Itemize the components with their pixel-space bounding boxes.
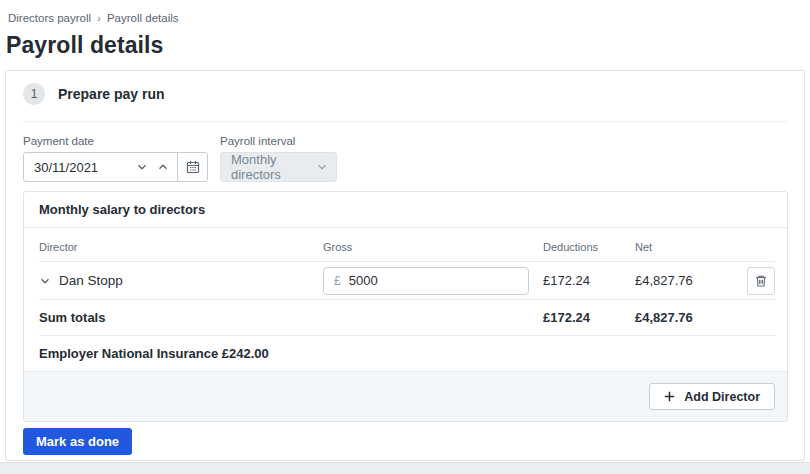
add-director-button[interactable]: Add Director (649, 383, 775, 410)
page-content: Directors payroll › Payroll details Payr… (0, 0, 810, 463)
payroll-interval-value: Monthly directors (231, 152, 316, 182)
monthly-salary-table: Monthly salary to directors Director Gro… (23, 191, 788, 422)
delete-director-button[interactable] (747, 267, 775, 295)
totals-deductions: £172.24 (543, 310, 635, 325)
table-row: Dan Stopp £ £172.24 £4,827.76 (39, 262, 775, 300)
payment-date-input[interactable] (34, 160, 120, 175)
gross-cell: £ (323, 267, 543, 295)
payment-date-control (23, 152, 208, 182)
pay-run-form: Payment date (23, 135, 337, 182)
totals-row: Sum totals £172.24 £4,827.76 (39, 300, 775, 336)
col-header-gross: Gross (323, 241, 543, 253)
calendar-icon[interactable] (177, 153, 207, 181)
trash-icon (754, 274, 768, 288)
gross-input-wrap: £ (323, 267, 529, 295)
table-body: Director Gross Deductions Net Dan Stopp (24, 228, 787, 371)
payment-date-label: Payment date (23, 135, 208, 147)
totals-net: £4,827.76 (635, 310, 736, 325)
step-number-badge: 1 (23, 83, 45, 105)
date-decrement-chevron-down-icon[interactable] (136, 161, 148, 173)
col-header-director: Director (39, 241, 323, 253)
chevron-down-icon (316, 161, 328, 173)
page-title: Payroll details (6, 32, 163, 59)
breadcrumb-link-directors-payroll[interactable]: Directors payroll (8, 12, 91, 24)
payroll-interval-select[interactable]: Monthly directors (220, 152, 337, 182)
prepare-pay-run-card: 1 Prepare pay run Payment date (5, 70, 805, 461)
step-header: 1 Prepare pay run (23, 83, 165, 105)
table-footer: Add Director (24, 371, 787, 421)
payment-date-input-wrap (24, 153, 177, 181)
step-title: Prepare pay run (58, 86, 165, 102)
currency-prefix: £ (334, 274, 341, 288)
net-value: £4,827.76 (635, 273, 736, 288)
plus-icon (664, 391, 675, 402)
col-header-deductions: Deductions (543, 241, 635, 253)
add-director-label: Add Director (684, 390, 760, 404)
payroll-interval-field-group: Payroll interval Monthly directors (220, 135, 337, 182)
trash-cell (736, 267, 775, 295)
table-title: Monthly salary to directors (24, 192, 787, 228)
totals-label: Sum totals (39, 310, 323, 325)
breadcrumb-separator: › (97, 12, 101, 24)
date-increment-chevron-up-icon[interactable] (157, 161, 169, 173)
row-expander-chevron-down-icon[interactable] (39, 275, 51, 287)
director-cell: Dan Stopp (39, 273, 323, 288)
divider (23, 121, 788, 122)
date-steppers (136, 161, 169, 173)
deductions-value: £172.24 (543, 273, 635, 288)
gross-amount-input[interactable] (349, 273, 499, 288)
payment-date-field-group: Payment date (23, 135, 208, 182)
employer-ni-row: Employer National Insurance £242.00 (39, 336, 775, 371)
mark-as-done-button[interactable]: Mark as done (23, 428, 132, 455)
table-header-row: Director Gross Deductions Net (39, 228, 775, 262)
col-header-net: Net (635, 241, 736, 253)
director-name: Dan Stopp (59, 273, 123, 288)
payroll-interval-label: Payroll interval (220, 135, 337, 147)
breadcrumb: Directors payroll › Payroll details (8, 12, 179, 24)
breadcrumb-current: Payroll details (107, 12, 179, 24)
